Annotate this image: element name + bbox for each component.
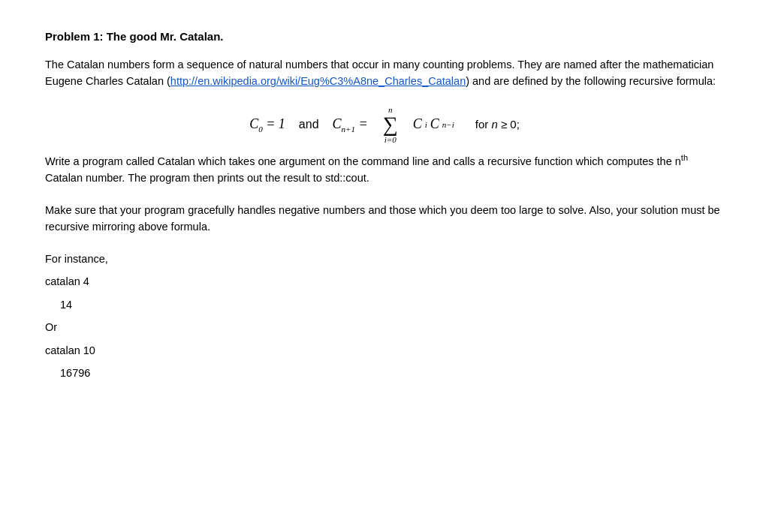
example-or: Or: [45, 319, 724, 335]
example2-command: catalan 10: [45, 342, 724, 359]
formula-and: and: [299, 118, 319, 131]
requirements-paragraph: Make sure that your program gracefully h…: [45, 202, 724, 236]
formula-sum-terms: Ci Cn−i: [413, 116, 454, 132]
wikipedia-link[interactable]: http://en.wikipedia.org/wiki/Eug%C3%A8ne…: [170, 75, 466, 87]
example1-command: catalan 4: [45, 273, 724, 290]
problem-title: Problem 1: The good Mr. Catalan.: [45, 30, 724, 43]
formula-c0: C0 = 1: [249, 116, 285, 134]
sigma-notation: n ∑ i=0: [383, 105, 398, 144]
formula-display: C0 = 1 and Cn+1 = n ∑ i=0 Ci Cn−i for n …: [45, 105, 724, 144]
program-description: Write a program called Catalan which tak…: [45, 152, 724, 187]
formula-cn1: Cn+1 =: [333, 116, 368, 134]
formula-condition: for n ≥ 0;: [475, 118, 520, 131]
example1-result: 14: [60, 296, 724, 313]
example2-result: 16796: [60, 365, 724, 381]
intro-paragraph: The Catalan numbers form a sequence of n…: [45, 56, 724, 90]
example-intro: For instance,: [45, 251, 724, 267]
